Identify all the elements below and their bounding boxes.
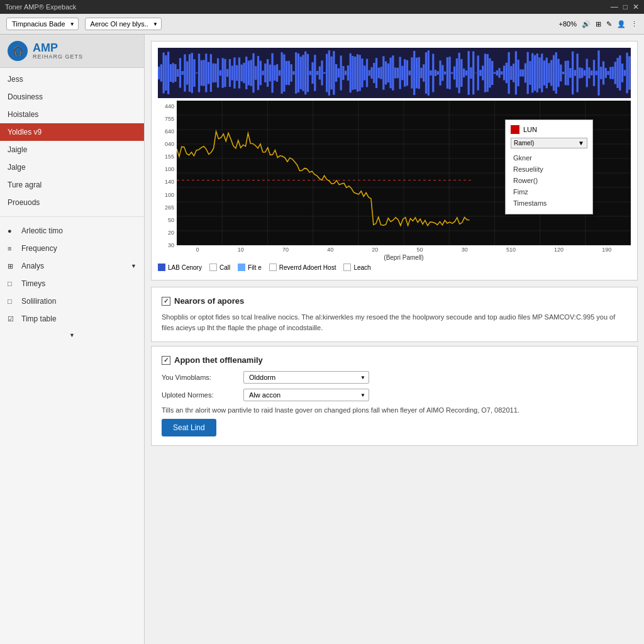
subnav-frequency[interactable]: ≡ Frequency	[0, 240, 144, 257]
subnav-expand[interactable]: ▼	[0, 328, 144, 343]
x-axis-label: (Bepri Pamell)	[177, 254, 631, 261]
user-icon[interactable]: 👤	[617, 20, 626, 28]
sidebar-item-jaigle[interactable]: Jaigle	[0, 141, 144, 158]
check-icon: ☑	[8, 315, 16, 323]
legend-label-call: Call	[219, 264, 230, 271]
black-chart-bg: LUN Ramel) ▼ Gkner Resueliity Rower() Fi…	[177, 101, 631, 245]
dropdown-aeroc[interactable]: Aeroc Ol ney blys..	[85, 18, 162, 30]
vimoblams-select[interactable]: Olddorm Option 2	[243, 371, 369, 384]
legend-label-leach: Leach	[353, 264, 370, 271]
sidebar-nav: Jess Dousiness Hoistales Yoldles v9 Jaig…	[0, 68, 144, 214]
subnav-timeys[interactable]: □ Timeys	[0, 275, 144, 292]
section2-checkbox[interactable]: ✓	[162, 356, 170, 365]
sidebar-item-jalge[interactable]: Jalge	[0, 158, 144, 176]
x-axis: 0 10 70 40 20 50 30 510 120 190	[177, 245, 631, 254]
toolbar: Timpnacius Bade Aeroc Ol ney blys.. +80%…	[0, 14, 644, 35]
sidebar-item-dousiness[interactable]: Dousiness	[0, 88, 144, 106]
waveform-display: // Generated inline as data points	[158, 48, 631, 98]
popup-menu-rower[interactable]: Rower()	[511, 175, 587, 186]
sidebar-item-yoldles[interactable]: Yoldles v9	[0, 123, 144, 141]
section1-checkbox[interactable]: ✓	[162, 297, 170, 306]
legend-color-leach	[343, 264, 351, 271]
vimoblams-select-wrapper: Olddorm Option 2	[243, 371, 369, 384]
chart-plot: LUN Ramel) ▼ Gkner Resueliity Rower() Fi…	[177, 101, 631, 261]
legend-color-reverrd	[269, 264, 277, 271]
section-nearors: ✓ Nearors of apores Shopblis or optot fi…	[151, 287, 638, 342]
logo-text: AMP	[33, 42, 83, 53]
popup-menu-fimz[interactable]: Fimz	[511, 186, 587, 197]
square-icon: □	[8, 280, 16, 287]
sidebar-item-hoistales[interactable]: Hoistales	[0, 106, 144, 123]
maximize-btn[interactable]: □	[623, 3, 628, 11]
chart-container: // Generated inline as data points 440 7…	[151, 41, 638, 280]
popup-menu-gkner[interactable]: Gkner	[511, 152, 587, 164]
legend-color-lab	[158, 264, 165, 271]
popup-menu-timestams[interactable]: Timestams	[511, 197, 587, 209]
popup-title: LUN	[523, 126, 537, 133]
chart-legend: LAB Cenory Call Filt e Reverrd Adoert Ho…	[158, 261, 631, 274]
uploted-label: Uploted Normes:	[162, 391, 237, 399]
y-axis: 440 755 640 040 155 100 140 100 265 50 2…	[158, 101, 177, 261]
sidebar-item-ture-agral[interactable]: Ture agral	[0, 176, 144, 194]
popup-header: LUN	[511, 125, 587, 134]
section1-description: Shopblis or optot fides so tcal Irealive…	[162, 312, 627, 333]
app-title: Toner AMP® Expeback	[5, 3, 76, 11]
subnav-timp-table[interactable]: ☑ Timp table	[0, 310, 144, 328]
seat-lind-button[interactable]: Seat Lind	[162, 419, 216, 436]
legend-lab-cenory: LAB Cenory	[158, 264, 202, 271]
legend-call: Call	[209, 264, 230, 271]
logo-icon: 🎧	[8, 41, 28, 61]
popup-color-indicator	[511, 125, 519, 134]
grid-icon: ⊞	[8, 262, 16, 270]
vimoblams-label: You Vimoblams:	[162, 374, 237, 381]
popup-dropdown[interactable]: Ramel) ▼	[511, 138, 587, 148]
sidebar-item-proeuods[interactable]: Proeuods	[0, 194, 144, 211]
uploted-select-wrapper: Alw accon Option 2	[243, 389, 369, 401]
bullet-icon: ●	[8, 227, 16, 235]
expand-more-icon: ▼	[69, 332, 75, 338]
logo-sub: REIHARG GETS	[33, 53, 83, 60]
settings-row-vimoblams: You Vimoblams: Olddorm Option 2	[162, 371, 627, 384]
legend-color-filt	[238, 264, 245, 271]
chart-wrapper: 440 755 640 040 155 100 140 100 265 50 2…	[158, 101, 631, 261]
subnav-soliliration[interactable]: □ Soliliration	[0, 292, 144, 310]
popup-menu-resueliity[interactable]: Resueliity	[511, 164, 587, 175]
sidebar-subnav: ● Arleotic timo ≡ Frequency ⊞ Analys ▼ □…	[0, 219, 144, 345]
close-btn[interactable]: ✕	[633, 3, 639, 11]
subnav-arleotic-timo[interactable]: ● Arleotic timo	[0, 222, 144, 240]
legend-color-call	[209, 264, 217, 271]
legend-reverrd: Reverrd Adoert Host	[269, 264, 336, 271]
menu-icon: ≡	[8, 245, 16, 252]
minimize-btn[interactable]: —	[611, 3, 618, 11]
speaker-icon[interactable]: 🔊	[582, 20, 591, 28]
section-appon-title: ✓ Appon thet offlenamily	[162, 355, 627, 365]
settings-row-uploted: Uploted Normes: Alw accon Option 2	[162, 389, 627, 401]
title-bar: Toner AMP® Expeback — □ ✕	[0, 0, 644, 14]
dropdown-timpnacius[interactable]: Timpnacius Bade	[6, 18, 79, 30]
toolbar-right: +80% 🔊 ⊞ ✎ 👤 ⋮	[559, 20, 638, 28]
volume-display: +80%	[559, 20, 577, 28]
legend-label-reverrd: Reverrd Adoert Host	[279, 264, 336, 271]
section-appon: ✓ Appon thet offlenamily You Vimoblams: …	[151, 346, 638, 446]
edit-icon[interactable]: ✎	[606, 20, 612, 28]
chart-popup: LUN Ramel) ▼ Gkner Resueliity Rower() Fi…	[505, 119, 593, 214]
main-content: // Generated inline as data points 440 7…	[145, 35, 644, 644]
sidebar: 🎧 AMP REIHARG GETS Jess Dousiness Hoista…	[0, 35, 145, 644]
section2-note: Tills an thr alorit wow pantivle to raid…	[162, 406, 627, 414]
legend-label-filt: Filt e	[248, 264, 262, 271]
legend-filt-e: Filt e	[238, 264, 262, 271]
uploted-select[interactable]: Alw accon Option 2	[243, 389, 369, 401]
box-icon: □	[8, 297, 16, 305]
legend-label-lab: LAB Cenory	[168, 264, 202, 271]
sidebar-item-jess[interactable]: Jess	[0, 70, 144, 88]
legend-leach: Leach	[343, 264, 370, 271]
layers-icon[interactable]: ⊞	[596, 20, 601, 28]
window-controls[interactable]: — □ ✕	[611, 3, 639, 11]
subnav-analys[interactable]: ⊞ Analys ▼	[0, 257, 144, 275]
more-icon[interactable]: ⋮	[631, 20, 638, 28]
section-nearors-title: ✓ Nearors of apores	[162, 296, 627, 306]
sidebar-logo: 🎧 AMP REIHARG GETS	[0, 35, 144, 68]
expand-arrow-analys: ▼	[131, 263, 136, 269]
